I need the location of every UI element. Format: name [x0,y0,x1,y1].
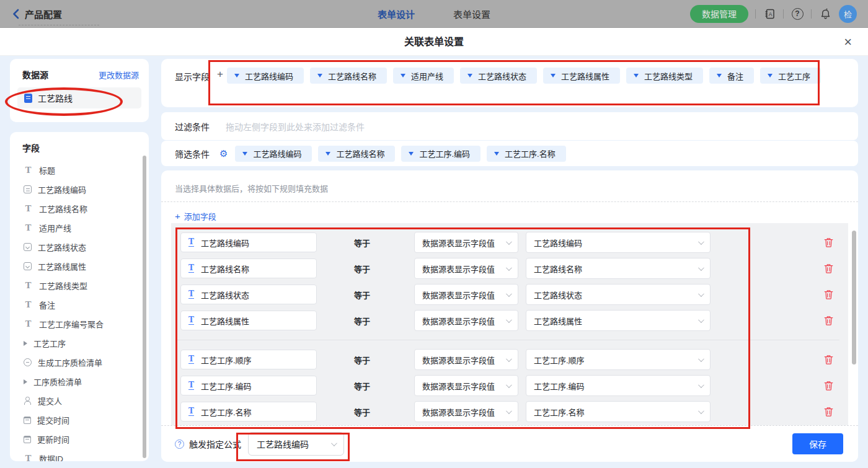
divider [755,9,756,19]
chevron-down-icon [506,382,512,388]
chevron-down-icon [698,317,704,323]
rule-operator-label: 等于 [354,237,379,249]
help-icon[interactable]: ? [790,7,804,20]
rule-target-dropdown[interactable]: 工艺路线编码 [526,232,711,253]
rule-target-dropdown[interactable]: 工艺路线名称 [526,258,711,279]
field-tag[interactable]: 工艺工序.编码 [401,146,480,162]
rule-target-dropdown[interactable]: 工艺工序.名称 [526,401,711,422]
delete-row-button[interactable] [824,407,833,417]
tab-form-settings[interactable]: 表单设置 [453,7,490,20]
caret-down-icon [401,74,405,77]
dialog-footer: ? 触发指定公式 工艺路线编码 保存 [161,425,858,462]
field-tag[interactable]: 适用产线 [393,68,454,84]
field-tag[interactable]: 工艺路线编码 [235,146,312,162]
text-icon: T [24,205,33,213]
rule-target-dropdown[interactable]: 工艺路线状态 [526,284,711,305]
filter-drop-placeholder[interactable]: 拖动左侧字段到此处来添加过滤条件 [226,120,365,133]
field-tag[interactable]: 工艺路线属性 [543,68,620,84]
field-list-item[interactable]: T 工艺工序编号聚合 [22,314,149,333]
field-tag-label: 工艺路线状态 [478,70,526,82]
field-list-item[interactable]: T 备注 [22,295,149,314]
field-item-label: 工艺路线状态 [38,241,86,253]
rule-field-box[interactable]: T 工艺路线名称 [180,258,317,278]
rule-field-box[interactable]: T 工艺工序.顺序 [180,350,317,369]
field-list-item[interactable]: 工艺路线状态 [22,237,149,257]
rule-target-dropdown[interactable]: 工艺工序.顺序 [526,349,711,370]
text-field-icon: T [188,290,194,299]
field-tag[interactable]: 工艺工序.名称 [487,146,566,162]
rule-field-box[interactable]: T 工艺路线属性 [180,311,317,330]
add-display-field-button[interactable]: + [217,68,223,107]
field-list-item[interactable]: T 适用产线 [22,218,149,237]
subform-arrow-icon [24,341,27,346]
rule-source-dropdown[interactable]: 数据源表显示字段值 [414,375,518,396]
rule-field-box[interactable]: T 工艺路线编码 [180,232,317,252]
field-tag-label: 工艺工序.编码 [419,148,470,159]
rule-field-box[interactable]: T 工艺工序.名称 [180,402,317,422]
field-list-item[interactable]: 提交时间 [22,410,149,430]
change-datasource-link[interactable]: 更改数据源 [99,69,139,81]
delete-row-button[interactable] [824,289,833,299]
field-list-item[interactable]: 工艺路线编码 [22,180,149,199]
rule-source-dropdown[interactable]: 数据源表显示字段值 [414,258,518,279]
gear-icon[interactable]: ⚙ [219,149,228,158]
field-tag[interactable]: 备注 [709,68,754,84]
field-list-item[interactable]: 工艺工序 [22,333,149,353]
field-tag[interactable]: 工艺路线类型 [626,68,703,84]
select-icon [24,262,32,270]
chevron-down-icon [331,440,337,446]
rule-source-dropdown[interactable]: 数据源表显示字段值 [414,284,518,305]
delete-row-button[interactable] [824,316,833,325]
save-button[interactable]: 保存 [792,433,843,454]
field-list-item[interactable]: 更新时间 [22,430,149,449]
field-list-item[interactable]: T 数据ID [22,449,149,461]
rule-field-box[interactable]: T 工艺路线状态 [180,285,317,304]
rule-source-dropdown[interactable]: 数据源表显示字段值 [414,232,518,253]
delete-row-button[interactable] [824,355,833,364]
trigger-field-value: 工艺路线编码 [257,438,309,450]
delete-row-button[interactable] [824,263,833,273]
rule-source-dropdown[interactable]: 数据源表显示字段值 [414,349,518,370]
field-list-item[interactable]: 工序质检清单 [22,372,149,391]
close-icon[interactable]: × [844,28,852,56]
field-tag-label: 工艺路线名称 [328,70,376,82]
field-item-label: 工序质检清单 [33,376,82,387]
rule-source-label: 数据源表显示字段值 [422,354,495,366]
field-list-item[interactable]: 工艺路线属性 [22,257,149,276]
rule-target-dropdown[interactable]: 工艺路线属性 [526,310,711,331]
field-list-item[interactable]: 提交人 [22,391,149,410]
rule-target-dropdown[interactable]: 工艺工序.编码 [526,375,711,396]
field-tag[interactable]: 工艺路线状态 [460,68,537,84]
trash-icon [824,289,833,299]
text-field-icon: T [188,381,194,390]
field-tag[interactable]: 工艺工序 [760,68,821,84]
caret-down-icon [242,152,247,156]
field-list-item[interactable]: T 工艺路线名称 [22,199,149,218]
chevron-down-icon [698,265,704,271]
notification-bell-icon[interactable] [818,7,832,20]
add-field-button[interactable]: + 添加字段 [175,210,216,222]
rules-scrollbar[interactable] [852,231,856,364]
trigger-help-icon[interactable]: ? [175,439,184,449]
delete-row-button[interactable] [824,381,833,391]
field-tag-label: 工艺路线属性 [561,70,609,82]
field-tag[interactable]: 工艺路线名称 [310,68,387,84]
user-avatar[interactable]: 检 [839,5,857,23]
caret-down-icon [551,74,556,77]
field-list-item[interactable]: T 工艺路线类型 [22,276,149,295]
rule-field-box[interactable]: T 工艺工序.编码 [180,376,317,395]
field-list-item[interactable]: T 标题 [22,161,149,180]
rule-source-dropdown[interactable]: 数据源表显示字段值 [414,310,518,331]
data-manage-button[interactable]: 数据管理 [690,5,748,23]
field-tag[interactable]: 工艺路线名称 [318,146,395,162]
delete-row-button[interactable] [824,237,833,247]
fields-scrollbar[interactable] [143,156,146,458]
datasource-item[interactable]: 工艺路线 [17,87,141,108]
field-list-item[interactable]: 生成工序质检清单 [22,353,149,372]
rule-source-dropdown[interactable]: 数据源表显示字段值 [414,401,518,422]
field-tag[interactable]: 工艺路线编码 [227,68,304,84]
rule-group-divider [176,340,839,340]
trigger-field-dropdown[interactable]: 工艺路线编码 [248,432,344,456]
contacts-book-icon[interactable]: A [763,7,776,20]
tab-form-design[interactable]: 表单设计 [378,7,415,20]
